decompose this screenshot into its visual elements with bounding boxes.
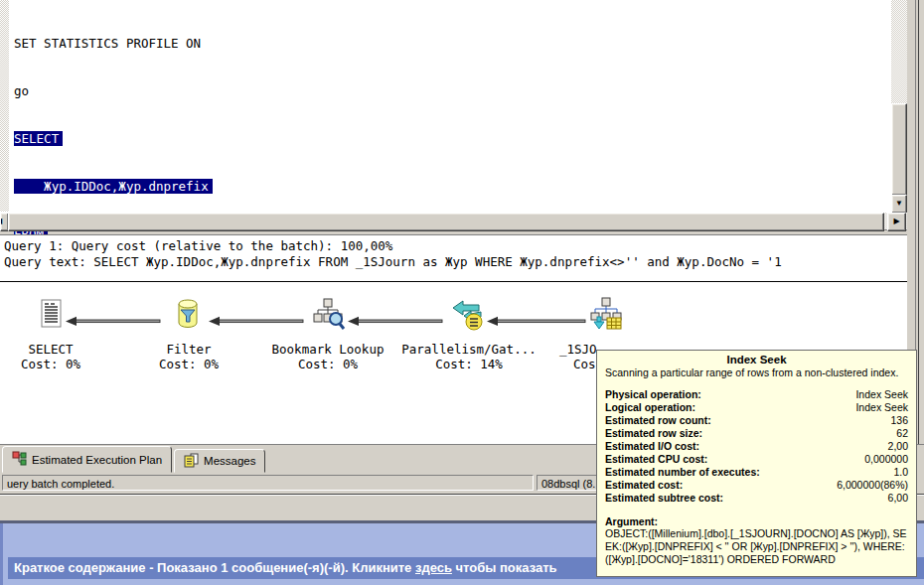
editor-horizontal-scrollbar[interactable]: ◀ ▶ <box>0 213 907 229</box>
plan-node-label: _1SJO <box>559 342 597 357</box>
sql-line: SET STATISTICS PROFILE ON <box>14 36 497 52</box>
status-message: uery batch completed. <box>2 475 534 491</box>
sql-editor-pane[interactable]: SET STATISTICS PROFILE ON go SELECT Жур.… <box>0 0 907 230</box>
tab-messages[interactable]: Messages <box>174 449 265 473</box>
tab-label: Estimated Execution Plan <box>32 454 162 466</box>
tooltip-stat-row: Estimated number of executes:1.0 <box>605 466 908 479</box>
plan-query-cost-line: Query 1: Query cost (relative to the bat… <box>4 238 903 253</box>
plan-node-cost: Cos <box>573 357 596 371</box>
vertical-scrollbar-thumb[interactable] <box>891 103 907 196</box>
bookmark-lookup-icon[interactable] <box>310 297 346 333</box>
select-result-icon[interactable] <box>33 297 69 333</box>
plan-node-label: Parallelism/Gat...Cost: 14% <box>385 342 553 371</box>
messages-icon <box>184 453 199 470</box>
tab-estimated-execution-plan[interactable]: Estimated Execution Plan <box>2 446 172 473</box>
editor-selection-margin <box>0 0 9 212</box>
plan-arrow-icon <box>348 314 443 327</box>
tooltip-argument: Argument: OBJECT:([Millenium].[dbo].[_1S… <box>605 515 908 566</box>
tooltip-stat-row: Estimated row count:136 <box>605 414 908 427</box>
argument-label: Argument: <box>605 515 908 527</box>
editor-vertical-scrollbar[interactable]: ▼ <box>891 0 907 212</box>
execution-plan-icon <box>12 451 27 468</box>
tooltip-description: Scanning a particular range of rows from… <box>605 366 908 378</box>
tooltip-stat-row: Estimated CPU cost:0,000000 <box>605 453 908 466</box>
scroll-right-button[interactable]: ▶ <box>887 213 906 231</box>
sql-line-selected: Жур.IDDoc,Жур.dnprefix <box>14 179 497 195</box>
summary-text: Краткое содержание - Показано 1 сообщени… <box>14 560 415 575</box>
tooltip-stat-row: Logical operation:Index Seek <box>605 401 908 414</box>
plan-query-text-line: Query text: SELECT Жур.IDDoc,Жур.dnprefi… <box>4 254 903 269</box>
argument-text: OBJECT:([Millenium].[dbo].[_1SJOURN].[DO… <box>605 527 908 566</box>
tooltip-stat-row: Estimated I/O cost:2,00 <box>605 440 908 453</box>
sql-line-selected: SELECT <box>14 131 497 147</box>
plan-separator <box>0 281 907 282</box>
scroll-down-button[interactable]: ▼ <box>891 195 907 214</box>
sql-line: go <box>14 83 497 99</box>
tab-label: Messages <box>204 455 255 467</box>
parallelism-icon[interactable] <box>451 297 487 333</box>
plan-arrow-icon <box>487 314 586 327</box>
tooltip-title: Index Seek <box>605 354 908 366</box>
show-messages-link[interactable]: здесь <box>415 560 452 575</box>
plan-arrow-icon <box>209 314 304 327</box>
summary-text: чтобы показать <box>452 560 557 575</box>
filter-icon[interactable] <box>171 297 207 333</box>
plan-arrow-icon <box>66 314 161 327</box>
tooltip-stat-row: Estimated row size:62 <box>605 427 908 440</box>
tooltip-stat-row: Estimated subtree cost:6,00 <box>605 492 908 505</box>
tooltip-stat-row: Physical operation:Index Seek <box>605 388 908 401</box>
index-seek-tooltip: Index Seek Scanning a particular range o… <box>596 350 917 577</box>
horizontal-scrollbar-thumb[interactable] <box>8 213 884 231</box>
index-seek-icon[interactable] <box>588 297 624 333</box>
tooltip-stat-row: Estimated cost:6,000000(86%) <box>605 479 908 492</box>
query-analyzer-window: SET STATISTICS PROFILE ON go SELECT Жур.… <box>0 0 924 585</box>
tooltip-stats: Physical operation:Index Seek Logical op… <box>605 388 908 505</box>
